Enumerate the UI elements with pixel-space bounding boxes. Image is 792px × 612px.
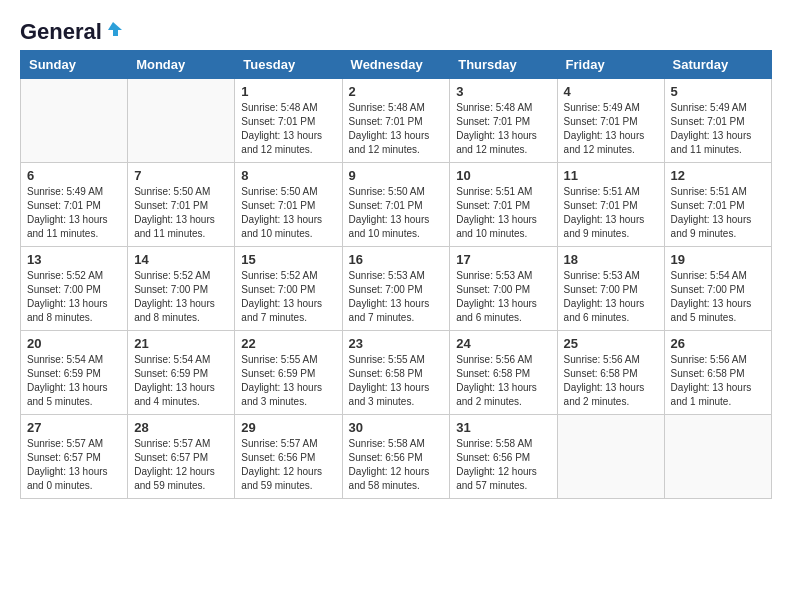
day-number: 2 <box>349 84 444 99</box>
day-number: 21 <box>134 336 228 351</box>
day-of-week-header: Tuesday <box>235 51 342 79</box>
day-info: Sunrise: 5:49 AM Sunset: 7:01 PM Dayligh… <box>564 101 658 157</box>
calendar-week-row: 1Sunrise: 5:48 AM Sunset: 7:01 PM Daylig… <box>21 79 772 163</box>
calendar-week-row: 13Sunrise: 5:52 AM Sunset: 7:00 PM Dayli… <box>21 247 772 331</box>
calendar-cell: 25Sunrise: 5:56 AM Sunset: 6:58 PM Dayli… <box>557 331 664 415</box>
day-of-week-header: Monday <box>128 51 235 79</box>
calendar-cell: 3Sunrise: 5:48 AM Sunset: 7:01 PM Daylig… <box>450 79 557 163</box>
day-number: 5 <box>671 84 765 99</box>
calendar-cell: 2Sunrise: 5:48 AM Sunset: 7:01 PM Daylig… <box>342 79 450 163</box>
day-number: 7 <box>134 168 228 183</box>
day-info: Sunrise: 5:53 AM Sunset: 7:00 PM Dayligh… <box>564 269 658 325</box>
day-info: Sunrise: 5:53 AM Sunset: 7:00 PM Dayligh… <box>456 269 550 325</box>
day-number: 29 <box>241 420 335 435</box>
calendar-cell: 18Sunrise: 5:53 AM Sunset: 7:00 PM Dayli… <box>557 247 664 331</box>
calendar-cell <box>557 415 664 499</box>
day-of-week-header: Wednesday <box>342 51 450 79</box>
calendar-cell: 12Sunrise: 5:51 AM Sunset: 7:01 PM Dayli… <box>664 163 771 247</box>
calendar-cell: 9Sunrise: 5:50 AM Sunset: 7:01 PM Daylig… <box>342 163 450 247</box>
day-info: Sunrise: 5:50 AM Sunset: 7:01 PM Dayligh… <box>241 185 335 241</box>
calendar-cell: 28Sunrise: 5:57 AM Sunset: 6:57 PM Dayli… <box>128 415 235 499</box>
day-number: 20 <box>27 336 121 351</box>
day-number: 6 <box>27 168 121 183</box>
day-info: Sunrise: 5:49 AM Sunset: 7:01 PM Dayligh… <box>671 101 765 157</box>
day-number: 3 <box>456 84 550 99</box>
calendar-cell: 14Sunrise: 5:52 AM Sunset: 7:00 PM Dayli… <box>128 247 235 331</box>
calendar-cell: 27Sunrise: 5:57 AM Sunset: 6:57 PM Dayli… <box>21 415 128 499</box>
day-number: 19 <box>671 252 765 267</box>
day-number: 8 <box>241 168 335 183</box>
day-number: 23 <box>349 336 444 351</box>
day-number: 13 <box>27 252 121 267</box>
calendar-header-row: SundayMondayTuesdayWednesdayThursdayFrid… <box>21 51 772 79</box>
day-info: Sunrise: 5:57 AM Sunset: 6:57 PM Dayligh… <box>134 437 228 493</box>
day-info: Sunrise: 5:54 AM Sunset: 7:00 PM Dayligh… <box>671 269 765 325</box>
calendar-cell: 13Sunrise: 5:52 AM Sunset: 7:00 PM Dayli… <box>21 247 128 331</box>
day-number: 1 <box>241 84 335 99</box>
day-info: Sunrise: 5:51 AM Sunset: 7:01 PM Dayligh… <box>456 185 550 241</box>
calendar-cell: 30Sunrise: 5:58 AM Sunset: 6:56 PM Dayli… <box>342 415 450 499</box>
calendar-cell: 20Sunrise: 5:54 AM Sunset: 6:59 PM Dayli… <box>21 331 128 415</box>
day-of-week-header: Thursday <box>450 51 557 79</box>
calendar-cell: 31Sunrise: 5:58 AM Sunset: 6:56 PM Dayli… <box>450 415 557 499</box>
day-of-week-header: Saturday <box>664 51 771 79</box>
calendar-cell: 6Sunrise: 5:49 AM Sunset: 7:01 PM Daylig… <box>21 163 128 247</box>
day-number: 24 <box>456 336 550 351</box>
calendar-cell: 24Sunrise: 5:56 AM Sunset: 6:58 PM Dayli… <box>450 331 557 415</box>
day-number: 28 <box>134 420 228 435</box>
logo-bird-icon <box>104 20 122 38</box>
calendar-week-row: 27Sunrise: 5:57 AM Sunset: 6:57 PM Dayli… <box>21 415 772 499</box>
day-number: 17 <box>456 252 550 267</box>
calendar-cell: 22Sunrise: 5:55 AM Sunset: 6:59 PM Dayli… <box>235 331 342 415</box>
calendar-cell: 26Sunrise: 5:56 AM Sunset: 6:58 PM Dayli… <box>664 331 771 415</box>
calendar-cell: 19Sunrise: 5:54 AM Sunset: 7:00 PM Dayli… <box>664 247 771 331</box>
svg-marker-0 <box>108 22 122 36</box>
day-info: Sunrise: 5:55 AM Sunset: 6:58 PM Dayligh… <box>349 353 444 409</box>
day-number: 10 <box>456 168 550 183</box>
day-number: 16 <box>349 252 444 267</box>
day-info: Sunrise: 5:52 AM Sunset: 7:00 PM Dayligh… <box>241 269 335 325</box>
day-info: Sunrise: 5:54 AM Sunset: 6:59 PM Dayligh… <box>27 353 121 409</box>
day-number: 18 <box>564 252 658 267</box>
day-info: Sunrise: 5:50 AM Sunset: 7:01 PM Dayligh… <box>349 185 444 241</box>
page-header: General <box>20 20 772 40</box>
calendar-cell: 17Sunrise: 5:53 AM Sunset: 7:00 PM Dayli… <box>450 247 557 331</box>
day-info: Sunrise: 5:56 AM Sunset: 6:58 PM Dayligh… <box>564 353 658 409</box>
calendar-cell: 23Sunrise: 5:55 AM Sunset: 6:58 PM Dayli… <box>342 331 450 415</box>
day-number: 26 <box>671 336 765 351</box>
day-number: 22 <box>241 336 335 351</box>
day-number: 31 <box>456 420 550 435</box>
day-number: 9 <box>349 168 444 183</box>
day-of-week-header: Sunday <box>21 51 128 79</box>
day-number: 14 <box>134 252 228 267</box>
day-info: Sunrise: 5:53 AM Sunset: 7:00 PM Dayligh… <box>349 269 444 325</box>
calendar-cell <box>664 415 771 499</box>
day-info: Sunrise: 5:48 AM Sunset: 7:01 PM Dayligh… <box>349 101 444 157</box>
day-info: Sunrise: 5:51 AM Sunset: 7:01 PM Dayligh… <box>564 185 658 241</box>
day-info: Sunrise: 5:48 AM Sunset: 7:01 PM Dayligh… <box>456 101 550 157</box>
day-info: Sunrise: 5:56 AM Sunset: 6:58 PM Dayligh… <box>671 353 765 409</box>
day-info: Sunrise: 5:51 AM Sunset: 7:01 PM Dayligh… <box>671 185 765 241</box>
day-info: Sunrise: 5:57 AM Sunset: 6:56 PM Dayligh… <box>241 437 335 493</box>
logo-general: General <box>20 20 102 44</box>
day-number: 25 <box>564 336 658 351</box>
day-info: Sunrise: 5:49 AM Sunset: 7:01 PM Dayligh… <box>27 185 121 241</box>
day-info: Sunrise: 5:48 AM Sunset: 7:01 PM Dayligh… <box>241 101 335 157</box>
day-info: Sunrise: 5:52 AM Sunset: 7:00 PM Dayligh… <box>134 269 228 325</box>
calendar-cell <box>128 79 235 163</box>
calendar-cell: 11Sunrise: 5:51 AM Sunset: 7:01 PM Dayli… <box>557 163 664 247</box>
day-number: 30 <box>349 420 444 435</box>
day-number: 4 <box>564 84 658 99</box>
calendar-week-row: 6Sunrise: 5:49 AM Sunset: 7:01 PM Daylig… <box>21 163 772 247</box>
calendar-table: SundayMondayTuesdayWednesdayThursdayFrid… <box>20 50 772 499</box>
day-info: Sunrise: 5:52 AM Sunset: 7:00 PM Dayligh… <box>27 269 121 325</box>
day-number: 11 <box>564 168 658 183</box>
calendar-cell: 1Sunrise: 5:48 AM Sunset: 7:01 PM Daylig… <box>235 79 342 163</box>
day-of-week-header: Friday <box>557 51 664 79</box>
calendar-cell: 10Sunrise: 5:51 AM Sunset: 7:01 PM Dayli… <box>450 163 557 247</box>
calendar-cell: 15Sunrise: 5:52 AM Sunset: 7:00 PM Dayli… <box>235 247 342 331</box>
day-info: Sunrise: 5:55 AM Sunset: 6:59 PM Dayligh… <box>241 353 335 409</box>
day-number: 27 <box>27 420 121 435</box>
calendar-week-row: 20Sunrise: 5:54 AM Sunset: 6:59 PM Dayli… <box>21 331 772 415</box>
day-info: Sunrise: 5:57 AM Sunset: 6:57 PM Dayligh… <box>27 437 121 493</box>
